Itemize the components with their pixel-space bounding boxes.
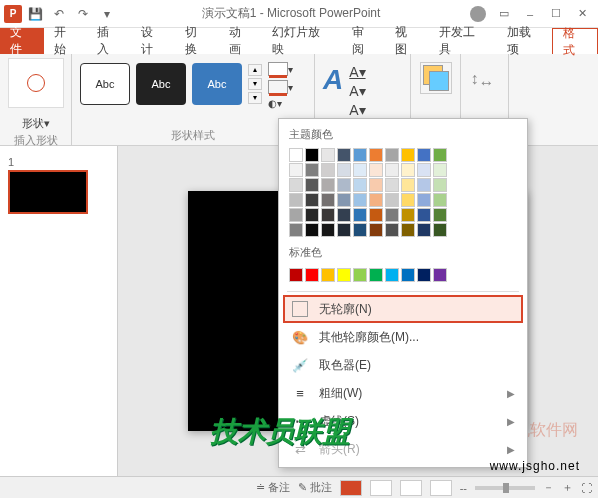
theme-color-swatch[interactable] xyxy=(369,223,383,237)
shapes-gallery[interactable] xyxy=(8,58,64,108)
eyedropper-item[interactable]: 💉 取色器(E) xyxy=(283,351,523,379)
theme-color-swatch[interactable] xyxy=(321,193,335,207)
slide-thumbnail-1[interactable] xyxy=(8,170,88,214)
standard-color-swatch[interactable] xyxy=(417,268,431,282)
standard-color-swatch[interactable] xyxy=(369,268,383,282)
weight-item[interactable]: ≡ 粗细(W) ▶ xyxy=(283,379,523,407)
theme-color-swatch[interactable] xyxy=(401,208,415,222)
dashes-item[interactable]: ┅ 虚线(S) ▶ xyxy=(283,407,523,435)
theme-color-swatch[interactable] xyxy=(353,148,367,162)
theme-color-swatch[interactable] xyxy=(289,223,303,237)
theme-color-swatch[interactable] xyxy=(385,178,399,192)
normal-view-icon[interactable] xyxy=(340,480,362,496)
standard-color-swatch[interactable] xyxy=(353,268,367,282)
text-effects-icon[interactable]: A▾ xyxy=(349,102,365,118)
wordart-quick-styles[interactable]: A xyxy=(323,64,343,96)
theme-color-swatch[interactable] xyxy=(289,148,303,162)
shape-fill-button[interactable]: ▾ xyxy=(268,62,306,76)
theme-color-swatch[interactable] xyxy=(417,178,431,192)
theme-color-swatch[interactable] xyxy=(417,148,431,162)
theme-color-swatch[interactable] xyxy=(353,208,367,222)
theme-color-swatch[interactable] xyxy=(369,208,383,222)
standard-color-swatch[interactable] xyxy=(433,268,447,282)
notes-button[interactable]: ≐ 备注 xyxy=(256,480,290,495)
standard-color-swatch[interactable] xyxy=(385,268,399,282)
maximize-icon[interactable]: ☐ xyxy=(544,4,568,24)
theme-color-swatch[interactable] xyxy=(321,223,335,237)
theme-color-swatch[interactable] xyxy=(321,208,335,222)
theme-color-swatch[interactable] xyxy=(433,223,447,237)
theme-color-swatch[interactable] xyxy=(337,178,351,192)
minimize-icon[interactable]: – xyxy=(518,4,542,24)
standard-color-swatch[interactable] xyxy=(321,268,335,282)
shape-style-2[interactable]: Abc xyxy=(136,63,186,105)
tab-slideshow[interactable]: 幻灯片放映 xyxy=(262,28,341,54)
tab-file[interactable]: 文件 xyxy=(0,28,44,54)
shape-style-1[interactable]: Abc xyxy=(80,63,130,105)
size-button[interactable] xyxy=(471,64,499,92)
reading-view-icon[interactable] xyxy=(400,480,422,496)
theme-color-swatch[interactable] xyxy=(305,223,319,237)
theme-color-swatch[interactable] xyxy=(321,163,335,177)
tab-home[interactable]: 开始 xyxy=(44,28,88,54)
theme-color-swatch[interactable] xyxy=(417,223,431,237)
theme-color-swatch[interactable] xyxy=(321,178,335,192)
shape-style-more[interactable]: ▴▾▾ xyxy=(248,64,262,104)
sorter-view-icon[interactable] xyxy=(370,480,392,496)
theme-color-swatch[interactable] xyxy=(385,223,399,237)
theme-color-swatch[interactable] xyxy=(337,163,351,177)
theme-color-swatch[interactable] xyxy=(401,223,415,237)
redo-icon[interactable]: ↷ xyxy=(72,3,94,25)
more-outline-colors-item[interactable]: 🎨 其他轮廓颜色(M)... xyxy=(283,323,523,351)
tab-view[interactable]: 视图 xyxy=(385,28,429,54)
theme-color-swatch[interactable] xyxy=(433,208,447,222)
zoom-slider[interactable] xyxy=(475,486,535,490)
theme-color-swatch[interactable] xyxy=(417,163,431,177)
theme-color-swatch[interactable] xyxy=(353,193,367,207)
theme-color-swatch[interactable] xyxy=(417,193,431,207)
theme-color-swatch[interactable] xyxy=(305,208,319,222)
slide-thumbnails-panel[interactable]: 1 xyxy=(0,146,118,476)
tab-review[interactable]: 审阅 xyxy=(342,28,386,54)
theme-color-swatch[interactable] xyxy=(305,178,319,192)
theme-color-swatch[interactable] xyxy=(337,208,351,222)
theme-color-swatch[interactable] xyxy=(289,163,303,177)
theme-color-swatch[interactable] xyxy=(401,178,415,192)
slideshow-view-icon[interactable] xyxy=(430,480,452,496)
theme-color-swatch[interactable] xyxy=(305,148,319,162)
theme-color-swatch[interactable] xyxy=(385,193,399,207)
comments-button[interactable]: ✎ 批注 xyxy=(298,480,332,495)
theme-color-swatch[interactable] xyxy=(401,163,415,177)
tab-addins[interactable]: 加载项 xyxy=(497,28,553,54)
theme-color-swatch[interactable] xyxy=(305,163,319,177)
theme-color-swatch[interactable] xyxy=(337,148,351,162)
text-fill-icon[interactable]: A▾ xyxy=(349,64,365,80)
shape-effects-button[interactable]: ◐▾ xyxy=(268,98,306,109)
theme-color-swatch[interactable] xyxy=(337,193,351,207)
theme-color-swatch[interactable] xyxy=(289,178,303,192)
zoom-out-icon[interactable]: － xyxy=(543,480,554,495)
theme-color-swatch[interactable] xyxy=(353,178,367,192)
theme-color-swatch[interactable] xyxy=(385,208,399,222)
no-outline-item[interactable]: 无轮廓(N) xyxy=(283,295,523,323)
theme-color-swatch[interactable] xyxy=(289,208,303,222)
theme-color-swatch[interactable] xyxy=(433,163,447,177)
theme-color-swatch[interactable] xyxy=(369,193,383,207)
tab-format[interactable]: 格式 xyxy=(552,28,598,54)
theme-color-swatch[interactable] xyxy=(353,223,367,237)
theme-color-swatch[interactable] xyxy=(369,148,383,162)
theme-color-swatch[interactable] xyxy=(433,193,447,207)
theme-color-swatch[interactable] xyxy=(369,163,383,177)
theme-color-swatch[interactable] xyxy=(417,208,431,222)
tab-animations[interactable]: 动画 xyxy=(219,28,263,54)
save-icon[interactable]: 💾 xyxy=(24,3,46,25)
zoom-in-icon[interactable]: ＋ xyxy=(562,480,573,495)
account-icon[interactable] xyxy=(470,6,486,22)
standard-color-swatch[interactable] xyxy=(337,268,351,282)
theme-color-swatch[interactable] xyxy=(369,178,383,192)
text-outline-icon[interactable]: A▾ xyxy=(349,83,365,99)
tab-developer[interactable]: 开发工具 xyxy=(429,28,496,54)
qat-dropdown-icon[interactable]: ▾ xyxy=(96,3,118,25)
theme-color-swatch[interactable] xyxy=(401,193,415,207)
standard-color-swatch[interactable] xyxy=(289,268,303,282)
